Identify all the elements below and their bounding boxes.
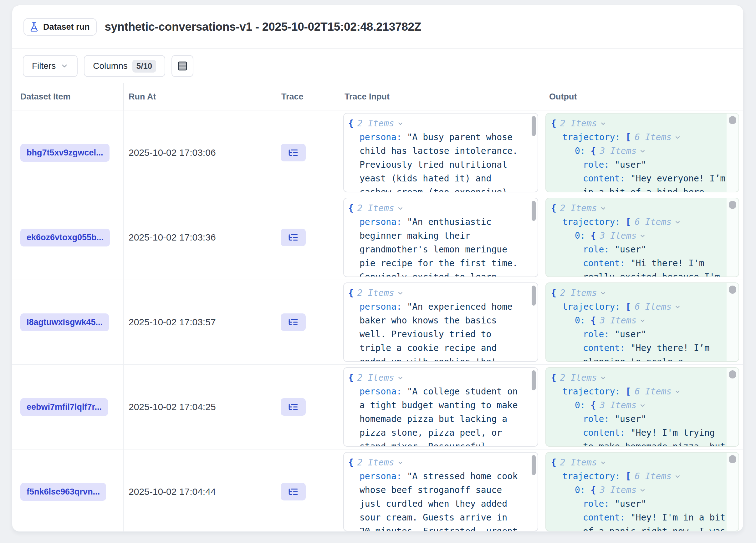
scrollbar-thumb[interactable] bbox=[729, 201, 736, 209]
output-json-viewer[interactable]: {2 Items trajectory: [6 Items 0: {3 Item… bbox=[545, 113, 739, 192]
dataset-item-badge[interactable]: l8agtuwxisgwk45... bbox=[20, 313, 109, 331]
collapse-chevron-icon[interactable] bbox=[600, 120, 606, 127]
dataset-item-badge[interactable]: bhg7t5xv9zgwcel... bbox=[20, 144, 110, 162]
columns-count-badge: 5/10 bbox=[132, 60, 156, 73]
json-role-line: role: "user" bbox=[551, 243, 726, 257]
trace-button[interactable] bbox=[281, 398, 306, 416]
json-item-count: 2 Items bbox=[560, 203, 597, 213]
json-trajectory-line: trajectory: [6 Items bbox=[551, 131, 726, 144]
json-content: {2 Items persona: "An enthusiastic begin… bbox=[344, 198, 522, 277]
json-content: {2 Items trajectory: [6 Items 0: {3 Item… bbox=[546, 368, 726, 447]
collapse-chevron-icon[interactable] bbox=[639, 148, 646, 155]
output-cell: {2 Items trajectory: [6 Items 0: {3 Item… bbox=[543, 110, 743, 195]
scrollbar-thumb[interactable] bbox=[532, 116, 536, 136]
json-root-line: {2 Items bbox=[551, 117, 726, 131]
collapse-chevron-icon[interactable] bbox=[674, 219, 681, 226]
toolbar: Filters Columns 5/10 bbox=[12, 49, 743, 83]
json-root-line: {2 Items bbox=[551, 202, 726, 215]
scrollbar-track[interactable] bbox=[727, 114, 738, 192]
json-item-count: 3 Items bbox=[600, 315, 636, 325]
trace-input-json-viewer[interactable]: {2 Items persona: "A stressed home cook … bbox=[343, 452, 538, 531]
dataset-item-badge[interactable]: eebwi7mfil7lqlf7r... bbox=[20, 398, 108, 416]
table-header: Dataset Item Run At Trace Trace Input Ou… bbox=[12, 83, 743, 110]
trace-button[interactable] bbox=[281, 313, 306, 331]
output-json-viewer[interactable]: {2 Items trajectory: [6 Items 0: {3 Item… bbox=[545, 367, 739, 447]
column-header-trace: Trace bbox=[278, 83, 340, 110]
json-item-count: 2 Items bbox=[560, 457, 597, 468]
json-item-count: 3 Items bbox=[600, 231, 636, 241]
scrollbar-track[interactable] bbox=[727, 453, 738, 531]
collapse-chevron-icon[interactable] bbox=[639, 402, 646, 409]
collapse-chevron-icon[interactable] bbox=[397, 375, 404, 381]
trace-button[interactable] bbox=[281, 144, 306, 161]
collapse-chevron-icon[interactable] bbox=[639, 233, 646, 239]
columns-button-label: Columns bbox=[93, 61, 127, 71]
row-height-button[interactable] bbox=[171, 55, 193, 77]
json-root-line: {2 Items bbox=[348, 117, 522, 131]
trace-input-json-viewer[interactable]: {2 Items persona: "A busy parent whose c… bbox=[343, 113, 538, 192]
list-tree-icon bbox=[288, 402, 299, 412]
scrollbar-thumb[interactable] bbox=[729, 455, 736, 463]
scrollbar-track[interactable] bbox=[727, 198, 738, 276]
scrollbar-thumb[interactable] bbox=[532, 370, 536, 390]
json-trajectory-line: trajectory: [6 Items bbox=[551, 300, 726, 314]
collapse-chevron-icon[interactable] bbox=[639, 487, 646, 494]
collapse-chevron-icon[interactable] bbox=[674, 134, 681, 141]
collapse-chevron-icon[interactable] bbox=[397, 120, 404, 127]
json-trajectory-line: trajectory: [6 Items bbox=[551, 385, 726, 398]
collapse-chevron-icon[interactable] bbox=[600, 375, 606, 381]
json-role-line: role: "user" bbox=[551, 412, 726, 426]
collapse-chevron-icon[interactable] bbox=[674, 388, 681, 395]
output-json-viewer[interactable]: {2 Items trajectory: [6 Items 0: {3 Item… bbox=[545, 282, 739, 362]
json-content: {2 Items trajectory: [6 Items 0: {3 Item… bbox=[546, 283, 726, 362]
scrollbar-thumb[interactable] bbox=[729, 370, 736, 378]
output-json-viewer[interactable]: {2 Items trajectory: [6 Items 0: {3 Item… bbox=[545, 198, 739, 277]
collapse-chevron-icon[interactable] bbox=[674, 304, 681, 310]
dataset-item-badge[interactable]: f5nk6lse963qrvn... bbox=[20, 483, 106, 501]
collapse-chevron-icon[interactable] bbox=[600, 459, 606, 466]
trace-input-json-viewer[interactable]: {2 Items persona: "A college student on … bbox=[343, 367, 538, 447]
scrollbar-thumb[interactable] bbox=[729, 285, 736, 294]
trace-input-json-viewer[interactable]: {2 Items persona: "An experienced home b… bbox=[343, 282, 538, 362]
dataset-run-page: Dataset run synthetic-conversations-v1 -… bbox=[12, 5, 743, 532]
scrollbar-thumb[interactable] bbox=[532, 285, 536, 305]
trace-button[interactable] bbox=[281, 229, 306, 246]
collapse-chevron-icon[interactable] bbox=[397, 459, 404, 466]
trace-cell bbox=[278, 365, 340, 449]
json-role-line: role: "user" bbox=[551, 158, 726, 172]
json-item-count: 3 Items bbox=[600, 146, 636, 156]
collapse-chevron-icon[interactable] bbox=[674, 473, 681, 480]
dataset-item-badge[interactable]: ek6oz6vtoxg055b... bbox=[20, 229, 110, 247]
page-title: synthetic-conversations-v1 - 2025-10-02T… bbox=[105, 20, 421, 33]
collapse-chevron-icon[interactable] bbox=[639, 317, 646, 324]
scrollbar-thumb[interactable] bbox=[532, 201, 536, 221]
output-cell: {2 Items trajectory: [6 Items 0: {3 Item… bbox=[543, 449, 743, 532]
columns-button[interactable]: Columns 5/10 bbox=[84, 55, 165, 77]
json-item-count: 6 Items bbox=[635, 301, 672, 312]
collapse-chevron-icon[interactable] bbox=[600, 205, 606, 212]
list-tree-icon bbox=[288, 232, 299, 243]
trace-button[interactable] bbox=[281, 483, 306, 500]
trace-input-json-viewer[interactable]: {2 Items persona: "An enthusiastic begin… bbox=[343, 198, 538, 277]
scrollbar-track[interactable] bbox=[727, 368, 738, 446]
json-root-line: {2 Items bbox=[551, 371, 726, 385]
filters-button[interactable]: Filters bbox=[23, 55, 78, 77]
json-content: {2 Items persona: "An experienced home b… bbox=[344, 283, 522, 362]
collapse-chevron-icon[interactable] bbox=[397, 290, 404, 296]
output-cell: {2 Items trajectory: [6 Items 0: {3 Item… bbox=[543, 365, 743, 449]
filters-button-label: Filters bbox=[32, 61, 56, 71]
column-header-trace-input: Trace Input bbox=[340, 83, 543, 110]
output-json-viewer[interactable]: {2 Items trajectory: [6 Items 0: {3 Item… bbox=[545, 452, 739, 531]
json-item-count: 6 Items bbox=[635, 132, 672, 142]
table-row: l8agtuwxisgwk45... 2025-10-02 17:03:57 {… bbox=[12, 280, 743, 365]
scrollbar-thumb[interactable] bbox=[532, 455, 536, 475]
json-index-line: 0: {3 Items bbox=[551, 483, 726, 497]
scrollbar-track[interactable] bbox=[727, 283, 738, 361]
collapse-chevron-icon[interactable] bbox=[397, 205, 404, 212]
table-rows-icon bbox=[177, 61, 188, 71]
scrollbar-thumb[interactable] bbox=[729, 116, 736, 124]
run-at-cell: 2025-10-02 17:03:06 bbox=[124, 110, 278, 195]
run-at-value: 2025-10-02 17:03:36 bbox=[129, 232, 216, 243]
collapse-chevron-icon[interactable] bbox=[600, 290, 606, 296]
json-persona-line: persona: "A busy parent whose child has … bbox=[348, 131, 522, 192]
